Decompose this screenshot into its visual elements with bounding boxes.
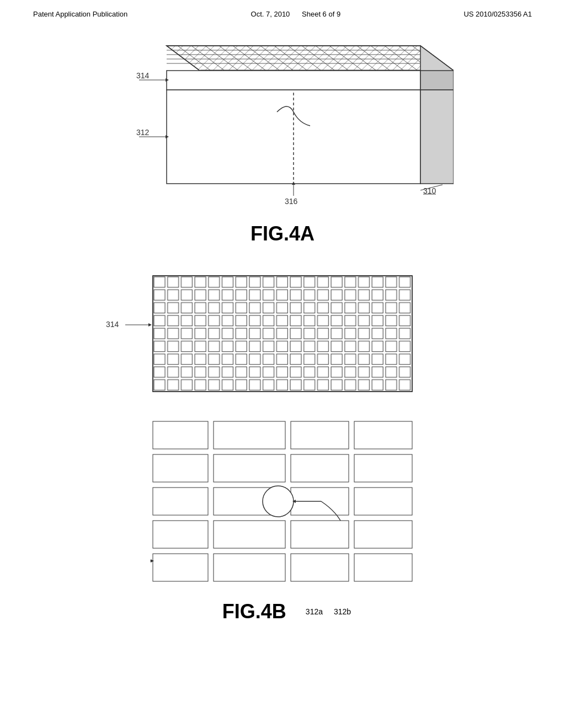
page-header: Patent Application Publication Oct. 7, 2… <box>0 0 565 18</box>
fig4b-grid-314-wrapper: 314 <box>150 273 415 397</box>
svg-rect-67 <box>214 521 285 548</box>
svg-rect-47 <box>153 276 412 392</box>
svg-rect-58 <box>354 454 412 482</box>
svg-text:312: 312 <box>136 128 150 137</box>
svg-rect-57 <box>291 454 349 482</box>
fig4b-bottom-labels: FIG.4B 312a 312b <box>33 600 532 623</box>
svg-text:314: 314 <box>136 71 150 80</box>
svg-rect-72 <box>291 554 349 581</box>
svg-rect-53 <box>291 421 349 449</box>
svg-rect-66 <box>153 521 208 548</box>
fig4b-grid-312: 312 <box>150 419 415 590</box>
svg-rect-56 <box>214 454 285 482</box>
fig4a-svg: 314 312 310 316 <box>134 40 454 211</box>
svg-marker-3 <box>167 46 454 71</box>
svg-rect-52 <box>214 421 285 449</box>
svg-rect-54 <box>354 421 412 449</box>
svg-text:316: 316 <box>285 197 298 206</box>
svg-marker-50 <box>148 323 152 326</box>
header-date: Oct. 7, 2010 <box>251 10 290 18</box>
fig4b-grid-312-wrapper: 312 <box>150 419 415 592</box>
svg-rect-70 <box>153 554 208 581</box>
svg-rect-59 <box>153 488 208 515</box>
fig4a-diagram: 314 312 310 316 <box>134 40 454 217</box>
main-content: 314 312 310 316 FIG.4A <box>0 18 565 634</box>
header-sheet: Sheet 6 of 9 <box>302 10 340 18</box>
fig4b-314-label-svg: 314 <box>106 317 153 334</box>
svg-point-63 <box>263 486 294 517</box>
header-left: Patent Application Publication <box>33 10 127 18</box>
svg-rect-51 <box>153 421 208 449</box>
svg-rect-69 <box>354 521 412 548</box>
fig4a-section: 314 312 310 316 FIG.4A <box>33 40 532 245</box>
svg-rect-68 <box>291 521 349 548</box>
fig4b-section: 314 <box>33 273 532 623</box>
fig4b-title: FIG.4B <box>222 600 286 623</box>
svg-rect-73 <box>354 554 412 581</box>
fig4b-grid-314 <box>150 273 415 394</box>
svg-rect-71 <box>214 554 285 581</box>
svg-rect-28 <box>167 71 420 90</box>
header-right: US 2010/0253356 A1 <box>463 10 532 18</box>
svg-rect-62 <box>354 488 412 515</box>
svg-marker-29 <box>420 71 454 90</box>
svg-text:314: 314 <box>106 320 119 329</box>
svg-marker-31 <box>420 90 454 184</box>
svg-rect-55 <box>153 454 208 482</box>
fig4b-312a-label: 312a <box>306 607 323 616</box>
fig4b-312b-label: 312b <box>334 607 351 616</box>
header-center: Oct. 7, 2010 Sheet 6 of 9 <box>251 10 341 18</box>
fig4a-title: FIG.4A <box>250 222 315 245</box>
